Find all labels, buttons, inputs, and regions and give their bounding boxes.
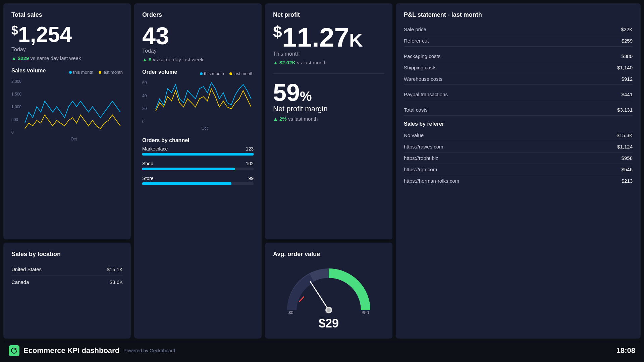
- gauge-svg: [285, 263, 372, 313]
- gauge: $0 $50 $29: [273, 263, 384, 330]
- orders-by-channel-title: Orders by channel: [142, 137, 254, 143]
- location-row-canada: Canada $3.6K: [11, 276, 123, 288]
- total-sales-value: $1,254: [11, 24, 123, 45]
- channel-label-shop: Shop: [142, 161, 153, 166]
- svg-line-1: [310, 282, 329, 310]
- svg-line-0: [299, 297, 304, 302]
- orders-chart-legend: this month last month: [200, 71, 254, 76]
- orders-title: Orders: [142, 11, 254, 18]
- referer-row-herman: https://herman-rolks.com $213: [404, 175, 633, 186]
- footer-title: Ecommerce KPI dashboard: [23, 346, 119, 355]
- total-sales-period: Today: [11, 47, 123, 53]
- net-profit-margin-label: Net profit margin: [273, 105, 384, 113]
- orders-value: 43: [142, 24, 254, 48]
- order-volume-title: Order volume: [142, 69, 177, 75]
- pl-statement-card: P&L statement - last month Sale price $2…: [396, 3, 641, 339]
- pl-row-saleprice: Sale price $22K: [404, 24, 633, 35]
- channel-label-marketplace: Marketplace: [142, 146, 168, 152]
- geckoboard-icon: [11, 347, 17, 354]
- svg-point-4: [14, 348, 16, 350]
- channel-value-shop: 102: [246, 161, 254, 166]
- channel-row-shop: Shop 102: [142, 161, 254, 170]
- pl-row-referer: Referer cut $259: [404, 35, 633, 47]
- net-profit-trend: $2.02K vs last month: [273, 60, 384, 65]
- footer: Ecommerce KPI dashboard Powered by Gecko…: [3, 342, 641, 359]
- avg-order-card: Avg. order value $0 $50 $29: [265, 243, 392, 339]
- channel-value-store: 99: [248, 176, 254, 181]
- net-profit-title: Net profit: [273, 11, 384, 18]
- orders-card: Orders 43 Today 8 vs same day last week …: [134, 3, 262, 339]
- pl-row-totalcosts: Total costs $3,131: [404, 104, 633, 116]
- pl-row-warehouse: Warehouse costs $912: [404, 73, 633, 85]
- sales-volume-title: Sales volume: [11, 68, 46, 74]
- channel-value-marketplace: 123: [246, 146, 254, 152]
- sales-location-card: Sales by location United States $15.1K C…: [3, 243, 131, 339]
- channel-label-store: Store: [142, 176, 153, 181]
- pl-row-shipping: Shipping costs $1,140: [404, 62, 633, 73]
- avg-order-value: $29: [319, 316, 339, 330]
- sales-location-title: Sales by location: [11, 251, 123, 258]
- referer-row-robht: https://robht.biz $958: [404, 153, 633, 164]
- orders-y-labels: 60 40 20 0: [142, 80, 156, 124]
- footer-time: 18:08: [616, 346, 635, 355]
- footer-logo: [9, 345, 19, 356]
- order-volume-chart: 60 40 20 0 Oct: [142, 80, 254, 131]
- orders-svg: [156, 80, 254, 123]
- sales-chart-legend: this month last month: [69, 70, 123, 75]
- sales-by-referer-title: Sales by referer: [404, 121, 633, 127]
- sales-y-labels: 2,000 1,500 1,000 500 0: [11, 79, 25, 135]
- pl-statement-title: P&L statement - last month: [404, 11, 633, 18]
- channel-row-store: Store 99: [142, 176, 254, 185]
- pl-row-packaging: Packaging costs $380: [404, 51, 633, 62]
- total-sales-title: Total sales: [11, 11, 123, 18]
- referer-row-rgh: https://rgh.com $546: [404, 164, 633, 175]
- pl-row-paypal: Paypal transactions $441: [404, 89, 633, 100]
- location-row-us: United States $15.1K: [11, 263, 123, 276]
- orders-x-label: Oct: [156, 126, 254, 131]
- sales-volume-chart: 2,000 1,500 1,000 500 0 Oct: [11, 79, 123, 141]
- net-profit-margin-section: 59% Net profit margin 2% vs last month: [273, 73, 384, 122]
- channel-row-marketplace: Marketplace 123: [142, 146, 254, 156]
- total-sales-trend: $229 vs same day last week: [11, 55, 123, 61]
- referer-row-rawes: https://rawes.com $1,124: [404, 141, 633, 153]
- net-profit-card: Net profit $11.27K This month $2.02K vs …: [265, 3, 392, 239]
- net-profit-value: $11.27K: [273, 24, 384, 51]
- referer-row-novalue: No value $15.3K: [404, 130, 633, 141]
- avg-order-title: Avg. order value: [273, 251, 384, 258]
- footer-powered: Powered by Geckoboard: [123, 348, 175, 353]
- net-profit-margin-trend: 2% vs last month: [273, 116, 384, 122]
- sales-svg: [25, 79, 123, 134]
- orders-trend: 8 vs same day last week: [142, 57, 254, 62]
- sales-x-label: Oct: [25, 137, 123, 141]
- gauge-scale-labels: $0 $50: [288, 310, 369, 315]
- total-sales-card: Total sales $1,254 Today $229 vs same da…: [3, 3, 131, 239]
